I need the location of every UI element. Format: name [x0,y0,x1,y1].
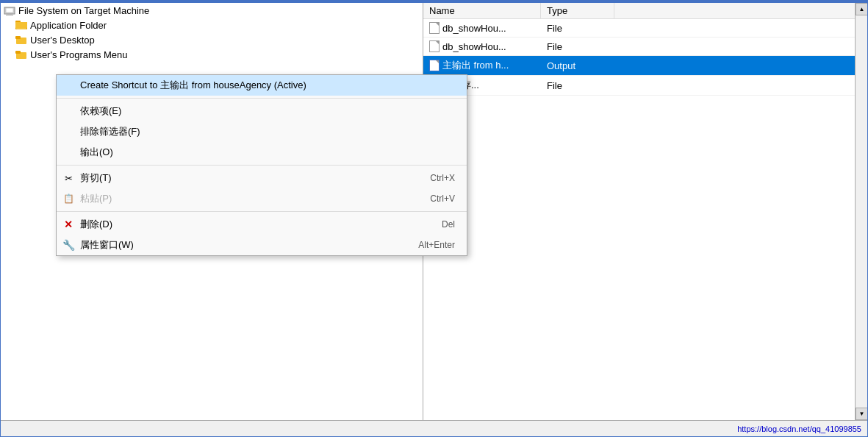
tree-root-label: File System on Target Machine [18,5,149,16]
main-window: File System on Target Machine Applicatio… [0,0,868,437]
svg-rect-3 [6,15,13,15]
menu-item-label-output: 输出(O) [80,146,455,159]
menu-item-label-exclude-filter: 排除筛选器(F) [80,125,455,138]
tree-item-users-programs-menu[interactable]: User's Programs Menu [1,47,423,62]
context-menu: Create Shortcut to 主输出 from houseAgency … [56,74,467,256]
table-row[interactable]: db_showHou... File [423,38,855,56]
menu-item-shortcut-cut: Ctrl+X [430,173,455,183]
cell-name-row1: db_showHou... [423,21,541,35]
menu-item-label-paste: 粘贴(P) [80,192,401,205]
scroll-track[interactable] [856,15,867,408]
scissors-icon: ✂ [62,172,74,184]
tree-label-users-desktop: User's Desktop [30,35,95,46]
folder-icon-programs-menu [15,49,27,60]
menu-item-shortcut-paste: Ctrl+V [430,193,455,204]
menu-divider-2 [57,165,467,166]
delete-icon: ✕ [62,218,74,230]
menu-divider-1 [57,98,467,99]
menu-item-shortcut-properties: Alt+Enter [418,240,455,250]
col-header-name[interactable]: Name [423,3,541,18]
svg-rect-7 [15,22,27,28]
tree-label-application-folder: Application Folder [30,20,107,31]
menu-item-label-cut: 剪切(T) [80,171,401,185]
file-icon-row2 [429,40,440,52]
table-row-selected[interactable]: 主输出 from h... Output [423,56,855,76]
tree-item-application-folder[interactable]: Application Folder [1,18,423,32]
file-icon-row1 [429,22,440,34]
filesystem-icon [4,4,15,16]
context-menu-item-create-shortcut[interactable]: Create Shortcut to 主输出 from houseAgency … [57,75,467,96]
svg-rect-1 [6,8,13,13]
folder-icon-desktop [15,34,27,46]
menu-item-label-properties: 属性窗口(W) [80,238,389,252]
context-menu-item-paste: 📋 粘贴(P) Ctrl+V [57,188,467,209]
status-bar: https://blog.csdn.net/qq_41099855 [1,420,867,436]
cell-name-row3: 主输出 from h... [423,57,541,74]
tree-item-users-desktop[interactable]: User's Desktop [1,32,423,47]
scroll-down-button[interactable]: ▼ [856,408,867,420]
context-menu-item-cut[interactable]: ✂ 剪切(T) Ctrl+X [57,168,467,188]
cell-type-row3: Output [541,59,614,73]
menu-item-shortcut-delete: Del [442,219,455,230]
scrollbar-right[interactable]: ▲ ▼ [855,3,867,420]
scroll-up-button[interactable]: ▲ [856,3,867,15]
context-menu-item-properties[interactable]: 🔧 属性窗口(W) Alt+Enter [57,235,467,255]
table-row[interactable]: db_showHou... File [423,19,855,38]
cell-type-row4: File [541,79,614,93]
table-row[interactable]: 程的存... File [423,76,855,96]
column-headers: Name Type [423,3,855,19]
status-url: https://blog.csdn.net/qq_41099855 [737,424,861,433]
context-menu-item-dependencies[interactable]: 依赖项(E) [57,101,467,121]
paste-icon: 📋 [62,193,74,205]
menu-item-label-delete: 删除(D) [80,218,412,231]
svg-rect-9 [15,36,21,39]
menu-item-label-dependencies: 依赖项(E) [80,104,455,118]
svg-rect-11 [15,51,21,54]
right-panel: Name Type db_showHou... File db_showHou.… [423,3,855,420]
cell-type-row2: File [541,40,614,54]
menu-divider-3 [57,211,467,212]
folder-icon-application [15,19,27,31]
menu-item-label-create-shortcut: Create Shortcut to 主输出 from houseAgency … [80,79,455,92]
tree-root[interactable]: File System on Target Machine [1,3,423,18]
cell-type-row1: File [541,21,614,35]
col-header-type[interactable]: Type [541,3,614,18]
context-menu-item-output[interactable]: 输出(O) [57,142,467,163]
context-menu-item-exclude-filter[interactable]: 排除筛选器(F) [57,121,467,142]
cell-name-row2: db_showHou... [423,39,541,54]
tree-label-users-programs-menu: User's Programs Menu [30,49,128,60]
file-icon-row3 [429,60,440,71]
context-menu-item-delete[interactable]: ✕ 删除(D) Del [57,214,467,235]
wrench-icon: 🔧 [62,239,74,251]
